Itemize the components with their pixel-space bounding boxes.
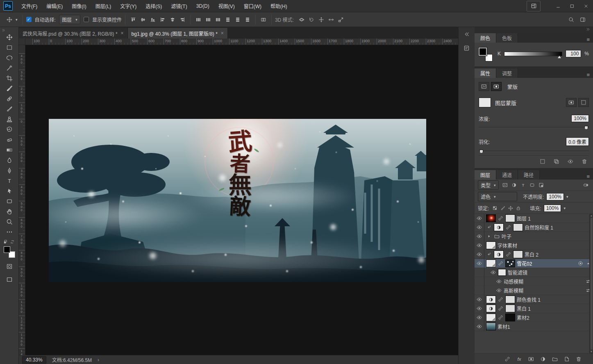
visibility-toggle[interactable] xyxy=(475,295,484,304)
close-tab-icon[interactable]: × xyxy=(121,30,124,36)
panel-tab[interactable]: 通道 xyxy=(496,170,518,180)
edit-toolbar[interactable] xyxy=(4,227,15,237)
vertical-ruler[interactable]: 4003002001000100200300400500600700800900… xyxy=(19,45,25,355)
lock-image-pixels[interactable] xyxy=(499,205,506,212)
mask-thumb[interactable] xyxy=(513,223,523,231)
clone-stamp-tool[interactable] xyxy=(4,114,15,124)
menu-item[interactable]: 帮助(H) xyxy=(266,0,292,12)
align-vertical-centers[interactable] xyxy=(139,15,148,24)
filter-shape-layers[interactable] xyxy=(528,181,536,189)
density-slider-handle[interactable] xyxy=(584,126,588,130)
ruler-origin-corner[interactable] xyxy=(19,39,25,45)
layer-thumb[interactable] xyxy=(486,323,496,330)
shape-tool[interactable] xyxy=(4,196,15,206)
panel-tab[interactable]: 颜色 xyxy=(475,33,496,43)
chevron-down-icon[interactable]: ▾ xyxy=(566,195,568,199)
link-layers[interactable] xyxy=(504,356,511,362)
new-layer[interactable] xyxy=(563,356,570,362)
group-collapse-caret-icon[interactable] xyxy=(486,233,492,239)
menu-item[interactable]: 视图(V) xyxy=(214,0,239,12)
filter-adjustment-layers[interactable] xyxy=(510,181,518,189)
panel-tab[interactable]: 调整 xyxy=(496,68,518,78)
mask-link-icon[interactable] xyxy=(505,224,511,230)
maximize-button[interactable] xyxy=(565,0,579,12)
visibility-toggle[interactable] xyxy=(475,268,484,277)
lasso-tool[interactable] xyxy=(4,52,15,63)
layer-row[interactable]: 字体素材 xyxy=(475,241,593,250)
visibility-toggle[interactable] xyxy=(475,286,484,295)
visibility-toggle[interactable] xyxy=(475,304,484,313)
select-mask-button[interactable] xyxy=(566,98,577,107)
visibility-toggle[interactable] xyxy=(475,250,484,259)
zoom-tool[interactable] xyxy=(4,216,15,227)
visibility-toggle[interactable] xyxy=(475,322,484,331)
panel-tab[interactable]: 图层 xyxy=(475,170,496,180)
align-top-edges[interactable] xyxy=(129,15,138,24)
load-selection-from-mask[interactable] xyxy=(539,158,546,165)
scroll-up-icon[interactable]: ▲ xyxy=(590,214,593,217)
document-tab[interactable]: 武侠风海报.psd @ 30.3% (图层 2, RGB/8) * × xyxy=(19,28,128,39)
type-tool[interactable]: T xyxy=(4,175,15,186)
healing-brush-tool[interactable] xyxy=(4,93,15,104)
layer-row[interactable]: 颜色查找 1 xyxy=(475,295,593,304)
feather-slider[interactable] xyxy=(479,150,589,154)
layer-mask-button[interactable] xyxy=(491,82,502,91)
color-swatches[interactable] xyxy=(3,246,16,258)
history-brush-tool[interactable] xyxy=(4,124,15,134)
panel-tab[interactable]: 属性 xyxy=(475,68,496,78)
smart-object-thumb[interactable] xyxy=(486,259,496,267)
eraser-tool[interactable] xyxy=(4,134,15,145)
gradient-tool[interactable] xyxy=(4,145,15,155)
close-button[interactable] xyxy=(579,0,593,12)
layer-thumb[interactable] xyxy=(486,214,496,222)
k-slider-handle[interactable] xyxy=(558,56,561,58)
menu-item[interactable]: 文字(Y) xyxy=(116,0,141,12)
3d-rotate[interactable] xyxy=(297,15,306,24)
zoom-level-field[interactable]: 40.33% xyxy=(22,356,46,364)
workspace-switcher-icon[interactable] xyxy=(527,1,541,11)
filter-pixel-layers[interactable] xyxy=(501,181,509,189)
visibility-toggle[interactable] xyxy=(475,232,484,241)
layer-row[interactable]: 黑白 1 xyxy=(475,304,593,313)
scroll-down-icon[interactable]: ▼ xyxy=(590,350,593,353)
pixel-mask-button[interactable] xyxy=(479,82,489,91)
3d-roll[interactable] xyxy=(307,15,316,24)
canvas-artwork[interactable]: 武 者 無 敵 xyxy=(49,119,426,282)
mask-link-icon[interactable] xyxy=(498,215,504,221)
menu-item[interactable]: 文件(F) xyxy=(17,0,42,12)
mask-thumb[interactable] xyxy=(505,305,515,312)
visibility-toggle[interactable] xyxy=(475,313,484,322)
blur-tool[interactable] xyxy=(4,155,15,165)
k-slider[interactable] xyxy=(504,52,562,56)
panel-menu-icon[interactable]: ≡ xyxy=(583,72,593,78)
density-value-field[interactable]: 100% xyxy=(571,115,589,122)
horizontal-ruler[interactable]: 1000100200300400500600700800900100011001… xyxy=(25,39,458,45)
panel-tab[interactable]: 色板 xyxy=(496,33,518,43)
collapse-panels-icon[interactable] xyxy=(586,27,591,33)
layer-row[interactable]: 黑白 2 xyxy=(475,250,593,259)
distribute-left-edges[interactable] xyxy=(223,15,232,24)
crop-tool[interactable] xyxy=(4,73,15,83)
toolbar-collapse-icon[interactable] xyxy=(2,28,6,32)
adjustment-layer-thumb[interactable] xyxy=(494,223,504,231)
layer-filter-switch-icon[interactable] xyxy=(582,181,590,189)
distribute-bottom-edges[interactable] xyxy=(214,15,223,24)
layer-filter-type-dropdown[interactable]: 类型 ▾ xyxy=(478,180,499,190)
3d-slide[interactable] xyxy=(327,15,336,24)
brush-tool[interactable] xyxy=(4,104,15,114)
eye-icon[interactable] xyxy=(496,287,502,293)
menu-item[interactable]: 图层(L) xyxy=(91,0,116,12)
3d-drag[interactable] xyxy=(317,15,326,24)
panel-menu-icon[interactable]: ≡ xyxy=(583,36,593,43)
layer-row[interactable]: 高斯模糊 xyxy=(475,286,593,295)
hand-tool[interactable] xyxy=(4,206,15,216)
smart-filter-mask-thumb[interactable] xyxy=(498,269,506,276)
scrollbar-thumb[interactable] xyxy=(591,218,593,350)
document-tab[interactable]: bg1.jpg @ 40.3% (图层 1, 图层蒙版/8) * × xyxy=(128,28,228,39)
layer-row[interactable]: 动感模糊 xyxy=(475,277,593,286)
align-horizontal-centers[interactable] xyxy=(168,15,177,24)
blend-mode-dropdown[interactable]: 滤色 ▾ xyxy=(478,192,517,201)
filter-type-layers[interactable]: T xyxy=(519,181,527,189)
new-adjustment-layer[interactable] xyxy=(539,356,547,362)
panel-color-swatches[interactable] xyxy=(479,48,493,61)
